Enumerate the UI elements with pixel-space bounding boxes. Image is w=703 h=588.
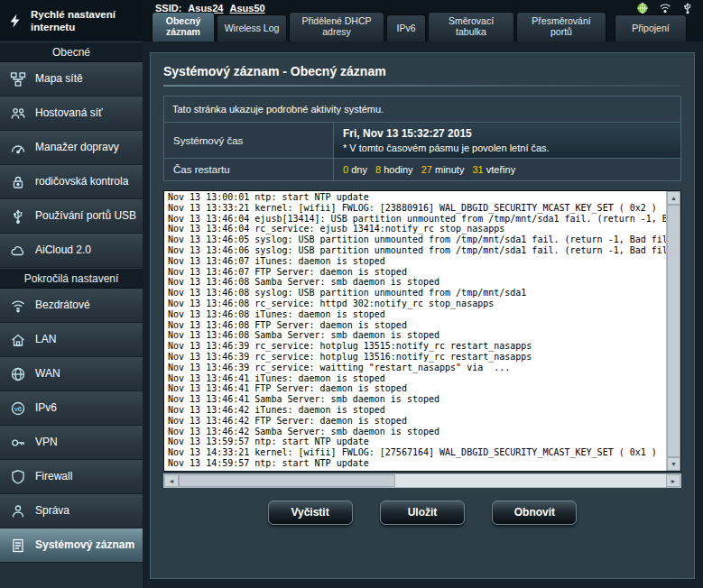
vertical-scrollbar[interactable]: ▲ ▼ <box>666 191 680 471</box>
sidebar-item-aicloud[interactable]: AiCloud 2.0 <box>0 234 143 268</box>
sidebar-item-label: Používání portů USB <box>35 210 136 223</box>
uptime-seconds: 31 <box>472 164 483 175</box>
clear-button[interactable]: Vyčistit <box>268 501 353 525</box>
sidebar-item-label: AiCloud 2.0 <box>35 244 91 257</box>
action-buttons: Vyčistit Uložit Obnovit <box>163 501 681 525</box>
vpn-icon <box>9 435 27 451</box>
save-button[interactable]: Uložit <box>380 501 465 525</box>
table-row: Tato stránka ukazuje podrobné aktivity s… <box>164 96 681 123</box>
wireless-icon <box>9 298 27 314</box>
tab-connections[interactable]: Připojení <box>615 14 687 41</box>
tab-routing-table[interactable]: Směrovací tabulka <box>428 12 514 41</box>
ipv6-icon: v6 <box>9 400 27 417</box>
system-time-label: Systémový čas <box>164 123 334 159</box>
uptime-seconds-unit: vteřiny <box>486 164 515 175</box>
system-log-text: Nov 13 13:00:01 ntp: start NTP update No… <box>164 191 680 469</box>
usb-icon <box>9 208 27 225</box>
page-title: Systémový záznam - Obecný záznam <box>163 64 681 78</box>
tab-port-forwarding[interactable]: Přesměrování portů <box>516 12 606 41</box>
refresh-button[interactable]: Obnovit <box>492 501 577 525</box>
network-map-icon <box>9 71 27 87</box>
sidebar: Rychlé nastavení internetu Obecné Mapa s… <box>0 0 143 588</box>
sidebar-item-vpn[interactable]: VPN <box>0 426 143 460</box>
sidebar-item-administration[interactable]: Správa <box>0 494 143 528</box>
page-description: Tato stránka ukazuje podrobné aktivity s… <box>164 96 681 123</box>
scroll-up-button[interactable]: ▲ <box>667 191 680 205</box>
sidebar-item-label: rodičovská kontrola <box>35 176 128 188</box>
sidebar-item-firewall[interactable]: Firewall <box>0 460 143 494</box>
sidebar-item-label: IPv6 <box>35 402 57 415</box>
admin-person-icon <box>9 503 27 519</box>
system-log-icon <box>9 537 27 554</box>
sidebar-item-parental-control[interactable]: rodičovská kontrola <box>0 165 143 199</box>
sidebar-item-usb-application[interactable]: Používání portů USB <box>0 199 143 234</box>
info-table: Tato stránka ukazuje podrobné aktivity s… <box>163 96 681 181</box>
uptime-days-unit: dny <box>351 164 367 175</box>
dst-note: * V tomto časovém pásmu je povolen letní… <box>343 142 671 153</box>
uptime-label: Čas restartu <box>164 159 334 181</box>
vertical-scroll-thumb[interactable] <box>667 205 680 457</box>
sidebar-item-label: Hostovaná síť <box>35 107 103 120</box>
section-header-advanced: Pokročilá nastavení <box>0 268 143 289</box>
tab-ipv6[interactable]: IPv6 <box>386 14 426 41</box>
section-header-general: Obecné <box>0 41 143 62</box>
system-time-value: Fri, Nov 13 15:32:27 2015 <box>343 127 671 140</box>
firewall-icon <box>9 469 27 485</box>
sidebar-item-wireless[interactable]: Bezdrátové <box>0 289 143 323</box>
uptime-hours-unit: hodiny <box>384 164 412 175</box>
guest-network-icon <box>9 106 27 122</box>
sidebar-item-network-map[interactable]: Mapa sítě <box>0 62 143 96</box>
sidebar-item-label: Bezdrátové <box>35 299 90 312</box>
aicloud-icon <box>9 243 27 259</box>
uptime-minutes: 27 <box>421 164 432 175</box>
lan-icon <box>9 332 27 348</box>
tab-bar: Obecný záznam Wireless Log Přidělené DHC… <box>152 12 687 41</box>
traffic-manager-icon <box>9 140 27 156</box>
horizontal-scrollbar[interactable]: ◄ ► <box>163 473 681 488</box>
tab-wireless-log[interactable]: Wireless Log <box>217 14 287 41</box>
sidebar-item-ipv6[interactable]: v6 IPv6 <box>0 391 143 426</box>
quick-setup-button[interactable]: Rychlé nastavení internetu <box>0 0 143 41</box>
parental-control-icon <box>9 174 27 190</box>
sidebar-item-label: VPN <box>35 436 58 449</box>
sidebar-item-wan[interactable]: WAN <box>0 357 143 391</box>
table-row: Čas restartu 0 dny 8 hodiny 27 minuty 31… <box>164 159 681 181</box>
sidebar-item-label: LAN <box>35 334 56 346</box>
table-row: Systémový čas Fri, Nov 13 15:32:27 2015 … <box>164 123 681 159</box>
top-strip: SSID:Asus24Asus50 Obecný záznam Wireless… <box>143 0 703 41</box>
sidebar-item-system-log[interactable]: Systémový záznam <box>0 528 143 563</box>
title-divider <box>163 85 681 87</box>
system-log-textarea[interactable]: Nov 13 13:00:01 ntp: start NTP update No… <box>163 190 681 472</box>
content-panel: Systémový záznam - Obecný záznam Tato st… <box>150 52 695 579</box>
horizontal-scroll-thumb[interactable] <box>179 474 395 487</box>
uptime-days: 0 <box>343 164 348 175</box>
tab-general-log[interactable]: Obecný záznam <box>152 12 215 41</box>
quick-setup-icon <box>7 13 23 29</box>
uptime-hours: 8 <box>375 164 381 175</box>
sidebar-item-guest-network[interactable]: Hostovaná síť <box>0 96 143 131</box>
vertical-scroll-track[interactable] <box>667 205 680 457</box>
svg-text:v6: v6 <box>14 404 22 412</box>
quick-setup-label: Rychlé nastavení internetu <box>31 8 125 34</box>
sidebar-item-label: Mapa sítě <box>35 73 83 86</box>
system-log-area: Nov 13 13:00:01 ntp: start NTP update No… <box>163 190 681 472</box>
sidebar-item-label: WAN <box>35 368 60 381</box>
sidebar-item-label: Firewall <box>35 471 72 483</box>
uptime-value: 0 dny 8 hodiny 27 minuty 31 vteřiny <box>334 159 681 181</box>
tab-dhcp-leases[interactable]: Přidělené DHCP adresy <box>289 12 384 41</box>
main-area: SSID:Asus24Asus50 Obecný záznam Wireless… <box>143 0 703 588</box>
system-time-value-cell: Fri, Nov 13 15:32:27 2015 * V tomto časo… <box>334 123 681 159</box>
scroll-right-button[interactable]: ► <box>666 474 680 487</box>
scroll-left-button[interactable]: ◄ <box>164 474 179 487</box>
wan-icon <box>9 366 27 382</box>
scroll-down-button[interactable]: ▼ <box>667 457 680 471</box>
sidebar-item-lan[interactable]: LAN <box>0 323 143 357</box>
sidebar-item-label: Manažer dopravy <box>35 142 119 154</box>
sidebar-item-label: Systémový záznam <box>35 539 134 552</box>
sidebar-item-label: Správa <box>35 505 69 518</box>
sidebar-item-traffic-manager[interactable]: Manažer dopravy <box>0 131 143 165</box>
uptime-minutes-unit: minuty <box>435 164 464 175</box>
